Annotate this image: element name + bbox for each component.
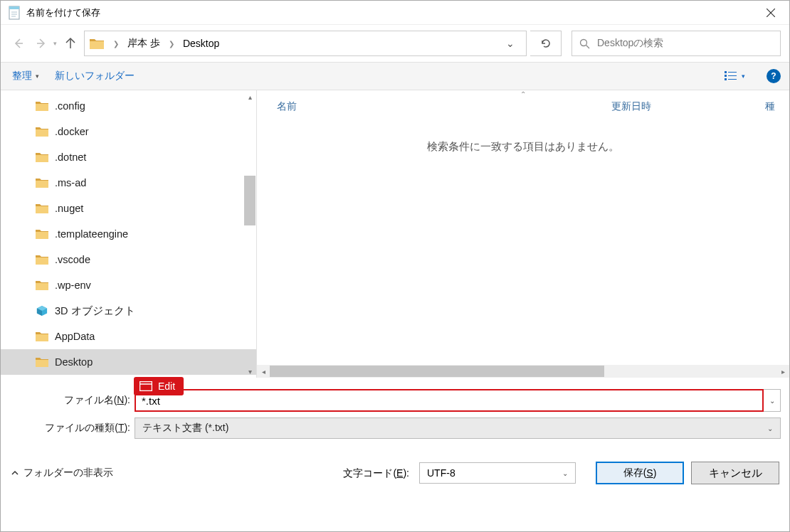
tree-item[interactable]: .wp-env bbox=[1, 272, 256, 298]
tree-item[interactable]: .vscode bbox=[1, 247, 256, 272]
arrow-left-icon bbox=[12, 37, 25, 50]
refresh-button[interactable] bbox=[530, 31, 562, 56]
filetype-select[interactable]: テキスト文書 (*.txt) ⌄ bbox=[135, 417, 781, 439]
arrow-up-icon bbox=[64, 37, 77, 50]
content-hscrollbar[interactable]: ◂ ▸ bbox=[257, 365, 789, 378]
search-input[interactable]: Desktopの検索 bbox=[572, 31, 781, 56]
arrow-right-icon bbox=[35, 37, 48, 50]
svg-rect-14 bbox=[725, 75, 727, 77]
scroll-left-icon[interactable]: ◂ bbox=[257, 368, 270, 376]
cancel-button[interactable]: キャンセル bbox=[691, 462, 779, 484]
tree-item[interactable]: .ms-ad bbox=[1, 170, 256, 196]
scroll-down-icon[interactable]: ▾ bbox=[243, 365, 256, 378]
scroll-up-icon[interactable]: ▴ bbox=[243, 90, 256, 103]
filetype-label: ファイルの種類(T): bbox=[9, 422, 135, 435]
folder-icon bbox=[35, 356, 49, 368]
dialog-footer: フォルダーの非表示 文字コード(E): UTF-8 ⌄ 保存(S) キャンセル bbox=[1, 449, 789, 494]
svg-rect-18 bbox=[140, 382, 152, 391]
toolbar: 整理▾ 新しいフォルダー ▾ ? bbox=[1, 62, 789, 90]
tree-item-label: .config bbox=[55, 100, 85, 112]
svg-line-11 bbox=[586, 45, 590, 48]
folder-icon bbox=[35, 228, 49, 240]
tree-item[interactable]: .templateengine bbox=[1, 221, 256, 247]
close-button[interactable] bbox=[757, 2, 785, 23]
edit-annotation-badge: Edit bbox=[134, 377, 184, 395]
chevron-right-icon: ❯ bbox=[109, 40, 123, 48]
recent-dropdown[interactable]: ▾ bbox=[53, 40, 57, 47]
split-handle-icon[interactable]: ⌃ bbox=[520, 90, 526, 98]
filename-input[interactable] bbox=[135, 389, 764, 412]
encoding-label: 文字コード(E): bbox=[343, 467, 409, 480]
tree-item-label: .nuget bbox=[55, 203, 83, 214]
chevron-up-icon bbox=[11, 469, 19, 477]
hide-folders-toggle[interactable]: フォルダーの非表示 bbox=[11, 467, 113, 479]
breadcrumb-user[interactable]: 岸本 歩 bbox=[125, 36, 163, 51]
notepad-app-icon bbox=[8, 6, 21, 20]
tree-item-label: .templateengine bbox=[55, 228, 128, 240]
tree-item[interactable]: .nuget bbox=[1, 196, 256, 221]
refresh-icon bbox=[540, 38, 552, 49]
encoding-select[interactable]: UTF-8 ⌄ bbox=[419, 462, 576, 484]
column-date[interactable]: 更新日時 bbox=[611, 100, 754, 113]
tree-item-label: Desktop bbox=[55, 356, 93, 368]
tree-item-label: .dotnet bbox=[55, 151, 86, 163]
tree-item[interactable]: Desktop bbox=[1, 349, 256, 375]
chevron-down-icon: ⌄ bbox=[562, 469, 568, 477]
list-view-icon bbox=[725, 71, 737, 81]
breadcrumb-desktop[interactable]: Desktop bbox=[180, 36, 222, 50]
up-button[interactable] bbox=[61, 34, 80, 53]
new-folder-button[interactable]: 新しいフォルダー bbox=[55, 70, 135, 83]
tree-item[interactable]: 3D オブジェクト bbox=[1, 298, 256, 324]
nav-bar: ▾ ❯ 岸本 歩 ❯ Desktop ⌄ Desktopの検索 bbox=[1, 25, 789, 62]
hscroll-thumb[interactable] bbox=[270, 366, 604, 377]
empty-message: 検索条件に一致する項目はありません。 bbox=[257, 140, 789, 154]
tree-item-label: .docker bbox=[55, 126, 89, 137]
chevron-down-icon: ⌄ bbox=[767, 425, 773, 432]
tree-item[interactable]: AppData bbox=[1, 324, 256, 349]
folder-icon bbox=[35, 126, 49, 137]
save-form: ファイル名(N): ⌄ ファイルの種類(T): テキスト文書 (*.txt) ⌄ bbox=[1, 378, 789, 449]
filetype-value: テキスト文書 (*.txt) bbox=[142, 422, 228, 435]
sidebar-scrollbar[interactable]: ▴ ▾ bbox=[243, 90, 256, 378]
organize-menu[interactable]: 整理▾ bbox=[9, 67, 42, 85]
svg-rect-13 bbox=[728, 72, 737, 73]
folder-icon bbox=[89, 36, 105, 50]
tree-item-label: .wp-env bbox=[55, 280, 91, 291]
window-title: 名前を付けて保存 bbox=[26, 6, 757, 19]
file-list-pane: ⌃ 名前 更新日時 種 検索条件に一致する項目はありません。 ◂ ▸ bbox=[256, 90, 789, 378]
folder-icon bbox=[35, 100, 49, 112]
back-button[interactable] bbox=[9, 34, 28, 53]
forward-button[interactable] bbox=[32, 34, 51, 53]
svg-rect-12 bbox=[725, 71, 727, 73]
edit-badge-label: Edit bbox=[158, 381, 175, 392]
save-button[interactable]: 保存(S) bbox=[596, 462, 684, 484]
view-mode-button[interactable]: ▾ bbox=[725, 71, 745, 81]
folder-icon bbox=[35, 331, 49, 342]
svg-rect-1 bbox=[9, 6, 19, 9]
scroll-right-icon[interactable]: ▸ bbox=[776, 368, 789, 376]
folder-icon bbox=[35, 254, 49, 265]
folder-icon bbox=[35, 203, 49, 214]
tree-item-label: .ms-ad bbox=[55, 177, 86, 188]
svg-point-10 bbox=[581, 39, 587, 46]
main-area: .config.docker.dotnet.ms-ad.nuget.templa… bbox=[1, 90, 789, 378]
tree-item[interactable]: .config bbox=[1, 93, 256, 119]
tree-item-label: 3D オブジェクト bbox=[55, 304, 135, 318]
close-icon bbox=[767, 9, 775, 17]
tree-item[interactable]: .dotnet bbox=[1, 144, 256, 170]
scroll-thumb[interactable] bbox=[244, 176, 256, 225]
tree-item[interactable]: .docker bbox=[1, 119, 256, 144]
filename-history-dropdown[interactable]: ⌄ bbox=[764, 389, 781, 412]
folder-icon bbox=[35, 280, 49, 291]
window-icon bbox=[139, 381, 152, 391]
tree-item-label: .vscode bbox=[55, 254, 90, 265]
chevron-down-icon[interactable]: ⌄ bbox=[506, 38, 522, 49]
filename-label: ファイル名(N): bbox=[9, 394, 135, 407]
help-button[interactable]: ? bbox=[767, 69, 781, 83]
svg-rect-17 bbox=[728, 79, 737, 80]
column-type[interactable]: 種 bbox=[754, 100, 775, 113]
svg-rect-16 bbox=[725, 78, 727, 80]
column-name[interactable]: 名前 bbox=[277, 100, 611, 113]
tree-item-label: AppData bbox=[55, 331, 95, 342]
breadcrumb[interactable]: ❯ 岸本 歩 ❯ Desktop ⌄ bbox=[84, 31, 527, 56]
